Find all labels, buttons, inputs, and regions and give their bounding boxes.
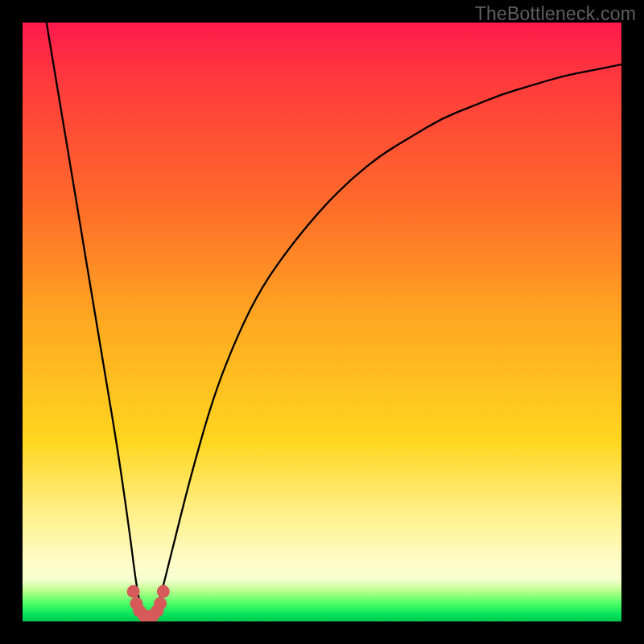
marker-dot	[157, 585, 170, 598]
chart-frame: TheBottleneck.com	[0, 0, 644, 644]
curve-marker-dots	[127, 585, 170, 621]
plot-area	[23, 23, 621, 621]
marker-dot	[127, 585, 140, 598]
bottleneck-curve-path	[47, 23, 621, 620]
marker-dot	[154, 597, 167, 610]
watermark-text: TheBottleneck.com	[475, 3, 636, 25]
bottleneck-curve-svg	[23, 23, 621, 621]
